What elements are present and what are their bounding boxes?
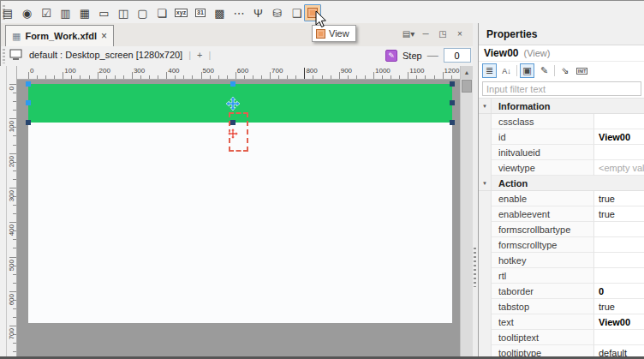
component-grid-icon: ▦: [80, 7, 90, 20]
property-value[interactable]: true: [594, 191, 644, 206]
component-combo-button[interactable]: ⋯: [230, 4, 247, 21]
property-row-taborder: taborder0: [479, 284, 644, 299]
component-imageviewer-button[interactable]: ▩: [212, 4, 229, 21]
minimize-button[interactable]: ─: [420, 27, 432, 39]
restore-button[interactable]: ◳: [437, 27, 449, 39]
window-list-button[interactable]: ▤▾: [402, 27, 414, 39]
property-row-enableevent: enableeventtrue: [479, 206, 644, 222]
property-value[interactable]: [594, 253, 644, 268]
component-popupdiv-button[interactable]: ❏: [153, 4, 170, 21]
property-value[interactable]: true: [594, 299, 644, 314]
property-filter-input[interactable]: [482, 81, 641, 96]
ruler-tick: [13, 93, 16, 93]
resize-handle-bottom-right[interactable]: [450, 120, 455, 125]
resize-handle-bottom-center[interactable]: [230, 120, 236, 125]
ruler-label: 400: [8, 224, 15, 236]
component-maskedit-button[interactable]: xyz: [173, 4, 190, 21]
ruler-label: 100: [64, 67, 75, 75]
close-button[interactable]: ×: [454, 27, 466, 39]
component-radiobutton-button[interactable]: ◉: [19, 4, 36, 21]
properties-panel: Properties View00 (View) ≣A↓▣✎⇘INIT ▼Inf…: [478, 23, 644, 357]
row-gutter: [479, 206, 492, 222]
component-listbox-button[interactable]: ▥: [57, 4, 75, 21]
property-name: id: [492, 129, 594, 145]
step-value-input[interactable]: [444, 48, 471, 63]
component-grid-button[interactable]: ▦: [76, 4, 93, 21]
ruler-tick: [13, 213, 16, 214]
ruler-label: 200: [99, 67, 110, 75]
tooltip-label: View: [329, 28, 349, 39]
selected-object-row: View00 (View): [479, 45, 644, 62]
section-row-information[interactable]: ▼Information: [479, 99, 644, 114]
init-properties-button[interactable]: INIT: [575, 63, 589, 78]
toolbar-grip[interactable]: [3, 49, 5, 63]
component-combo-icon: ⋯: [234, 7, 245, 20]
ruler-tick: [13, 101, 16, 102]
ruler-tick: [9, 118, 16, 119]
ruler-tick: [140, 75, 141, 79]
changed-properties-button[interactable]: ✎: [537, 63, 552, 78]
resize-handle-bottom-left[interactable]: [26, 120, 31, 125]
move-handle-icon[interactable]: [226, 97, 240, 111]
tab-form-work[interactable]: ▦ Form_Work.xfdl ×: [5, 25, 114, 46]
component-tab-button[interactable]: ❑: [289, 4, 306, 21]
add-screen-button[interactable]: +: [197, 50, 202, 60]
property-value[interactable]: [594, 114, 644, 129]
ruler-tick: [28, 72, 29, 79]
collapse-arrow-icon[interactable]: ▼: [479, 99, 492, 113]
ruler-tick: [451, 75, 452, 79]
resize-handle-middle-right[interactable]: [450, 100, 455, 105]
component-textarea-button[interactable]: ▢: [134, 4, 152, 21]
resize-handle-top-center[interactable]: [230, 81, 236, 87]
row-gutter: [479, 222, 492, 237]
property-value[interactable]: true: [594, 206, 644, 222]
property-value[interactable]: [594, 268, 644, 284]
sort-alphabetical-button[interactable]: A↓: [499, 63, 514, 78]
design-canvas[interactable]: [17, 80, 460, 357]
component-calendar-button[interactable]: 31: [192, 4, 209, 21]
property-row-tooltiptype: tooltiptypedefault: [479, 345, 644, 357]
component-radiobutton-icon: ◉: [22, 7, 32, 20]
step-icon: ✎: [385, 50, 397, 62]
property-row-text: textView00: [479, 314, 644, 330]
property-value[interactable]: [594, 222, 644, 237]
property-transfer-button[interactable]: ⇘: [558, 63, 572, 78]
section-row-action[interactable]: ▼Action: [479, 176, 644, 191]
component-dataset-button[interactable]: ⛁: [269, 4, 286, 21]
property-value[interactable]: View00: [594, 314, 644, 330]
ruler-tick: [236, 72, 236, 79]
property-value[interactable]: View00: [594, 129, 644, 145]
ruler-tick: [9, 291, 16, 292]
property-value[interactable]: 0: [594, 284, 644, 299]
scrollbar-thumb[interactable]: [462, 80, 472, 93]
resize-handle-top-left[interactable]: [26, 81, 31, 87]
property-value[interactable]: default: [594, 345, 644, 357]
property-value[interactable]: [594, 145, 644, 160]
component-button-button[interactable]: ▭: [96, 4, 113, 21]
ruler-label: 800: [306, 67, 317, 75]
property-value[interactable]: <empty value>: [594, 160, 644, 176]
component-plugin-button[interactable]: Ψ: [250, 4, 267, 21]
ruler-tick: [13, 317, 16, 318]
scroll-up-icon[interactable]: ▲: [461, 66, 473, 79]
sort-categorized-button[interactable]: ≣: [482, 63, 497, 78]
component-edit-button[interactable]: ▤: [0, 4, 16, 21]
collapse-arrow-icon[interactable]: ▼: [479, 176, 492, 190]
tab-close-icon[interactable]: ×: [101, 30, 107, 42]
ruler-tick: [13, 145, 16, 146]
component-div-button[interactable]: ◫: [115, 4, 132, 21]
canvas-vertical-scrollbar[interactable]: ▲: [460, 66, 473, 357]
property-name: enableevent: [492, 206, 594, 222]
show-group-button[interactable]: ▣: [520, 63, 534, 78]
row-gutter: [479, 268, 492, 284]
ruler-label: 300: [8, 190, 15, 201]
resize-handle-top-right[interactable]: [450, 81, 455, 87]
ruler-tick: [270, 72, 271, 79]
property-value[interactable]: [594, 330, 644, 345]
property-name: formscrollbartype: [492, 222, 594, 237]
resize-handle-middle-left[interactable]: [26, 100, 31, 105]
property-value[interactable]: [594, 237, 644, 253]
screen-target-label: default : Desktop_screen [1280x720]: [29, 50, 182, 60]
component-checkbox-button[interactable]: ☑: [38, 4, 55, 21]
step-decrease-button[interactable]: —: [427, 49, 438, 62]
